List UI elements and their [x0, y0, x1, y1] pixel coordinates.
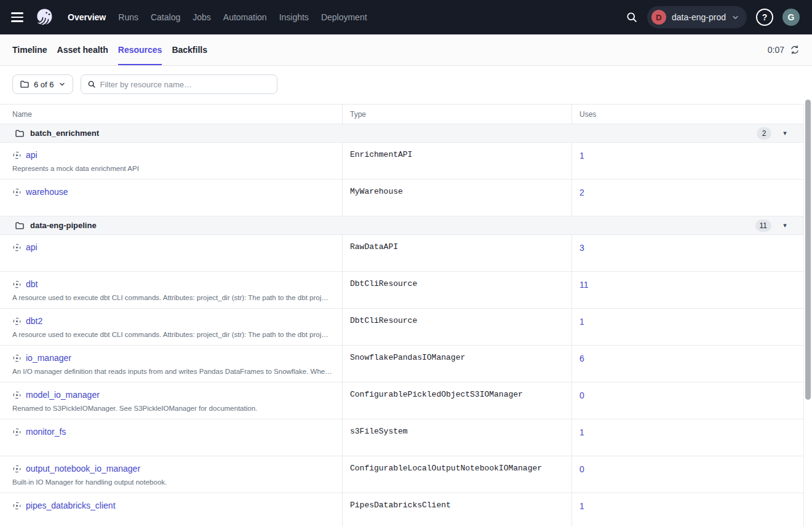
search-icon	[87, 80, 96, 89]
search-icon[interactable]	[626, 11, 638, 23]
resource-uses-link[interactable]: 0	[579, 464, 584, 474]
nav-item-insights[interactable]: Insights	[279, 12, 309, 22]
filter-bar: 6 of 6	[0, 66, 812, 104]
resource-row: model_io_manager Renamed to S3PickleIOMa…	[0, 382, 803, 419]
resource-uses-link[interactable]: 6	[579, 354, 584, 363]
refresh-timer: 0:07	[768, 45, 784, 55]
group-name: batch_enrichment	[30, 129, 99, 138]
resource-uses-link[interactable]: 2	[579, 188, 584, 197]
tabs: TimelineAsset healthResourcesBackfills	[12, 34, 207, 65]
search-input[interactable]	[100, 80, 271, 89]
resource-type: DbtCliResource	[343, 272, 572, 308]
resource-uses-link[interactable]: 1	[579, 427, 584, 437]
resource-description: Represents a mock data enrichment API	[12, 165, 333, 172]
resource-row: api Represents a mock data enrichment AP…	[0, 143, 803, 180]
resource-uses-link[interactable]: 3	[579, 243, 584, 253]
primary-nav: OverviewRunsCatalogJobsAutomationInsight…	[68, 12, 367, 22]
resource-icon	[12, 390, 22, 400]
resource-search-box	[81, 74, 277, 94]
resource-type: SnowflakePandasIOManager	[343, 346, 572, 382]
refresh-icon[interactable]	[790, 45, 800, 55]
resource-name-link[interactable]: output_notebook_io_manager	[26, 464, 140, 474]
resource-row: dbt2 A resource used to execute dbt CLI …	[0, 309, 803, 346]
column-header-type: Type	[343, 105, 572, 124]
resource-icon	[12, 151, 22, 160]
user-avatar[interactable]: G	[782, 9, 800, 26]
resource-group-row[interactable]: batch_enrichment 2 ▾	[0, 124, 803, 143]
resource-row: io_manager An I/O manager definition tha…	[0, 346, 803, 382]
nav-item-jobs[interactable]: Jobs	[193, 12, 211, 22]
group-count-badge: 2	[757, 127, 771, 140]
nav-item-runs[interactable]: Runs	[118, 12, 138, 22]
resource-row: pipes_databricks_client PipesDatabricksC…	[0, 493, 803, 527]
folder-icon	[15, 129, 25, 138]
chevron-down-icon	[58, 81, 66, 88]
group-name: data-eng-pipeline	[30, 221, 97, 230]
deployment-name: data-eng-prod	[672, 12, 726, 22]
resource-icon	[12, 280, 22, 289]
scrollbar-track[interactable]	[804, 98, 812, 527]
resource-type: PipesDatabricksClient	[343, 493, 572, 527]
resource-description: Renamed to S3PickleIOManager. See S3Pick…	[12, 405, 333, 412]
scrollbar-thumb[interactable]	[805, 100, 811, 400]
resource-uses-link[interactable]: 11	[579, 280, 589, 290]
tab-timeline[interactable]: Timeline	[12, 34, 47, 65]
dagster-logo[interactable]	[33, 6, 55, 28]
caret-down-icon[interactable]: ▾	[781, 130, 789, 137]
resource-name-link[interactable]: io_manager	[26, 353, 71, 363]
resource-description: An I/O manager definition that reads inp…	[12, 368, 333, 375]
tab-asset-health[interactable]: Asset health	[57, 34, 108, 65]
resource-type: ConfigurableLocalOutputNotebookIOManager	[343, 456, 572, 493]
resource-uses-link[interactable]: 1	[579, 151, 584, 160]
overview-tabbar: TimelineAsset healthResourcesBackfills 0…	[0, 34, 812, 66]
deployment-initial-badge: D	[651, 10, 666, 25]
resource-name-link[interactable]: pipes_databricks_client	[26, 501, 116, 510]
resource-uses-link[interactable]: 1	[579, 501, 584, 511]
nav-item-automation[interactable]: Automation	[223, 12, 267, 22]
resource-name-link[interactable]: monitor_fs	[26, 427, 66, 437]
help-icon[interactable]: ?	[756, 9, 773, 26]
resources-table-body: batch_enrichment 2 ▾ api Represents a mo…	[0, 124, 803, 527]
resource-group-row[interactable]: data-eng-pipeline 11 ▾	[0, 216, 803, 235]
resource-type: EnrichmentAPI	[343, 143, 572, 179]
resource-uses-link[interactable]: 0	[579, 390, 584, 400]
resource-row: monitor_fs s3FileSystem 1	[0, 419, 803, 456]
resource-name-link[interactable]: api	[26, 242, 38, 252]
resource-icon	[12, 501, 22, 510]
tab-resources[interactable]: Resources	[118, 34, 162, 65]
resource-row: output_notebook_io_manager Built-in IO M…	[0, 456, 803, 493]
filter-count-label: 6 of 6	[34, 80, 54, 89]
nav-item-catalog[interactable]: Catalog	[151, 12, 180, 22]
octopus-logo-icon	[33, 6, 55, 28]
resource-icon	[12, 464, 22, 474]
resource-icon	[12, 243, 22, 252]
resource-type: s3FileSystem	[343, 419, 572, 456]
deployment-selector[interactable]: D data-eng-prod	[647, 6, 747, 28]
tab-backfills[interactable]: Backfills	[172, 34, 207, 65]
resource-uses-link[interactable]: 1	[579, 317, 584, 327]
resource-description: Built-in IO Manager for handling output …	[12, 478, 333, 486]
resource-name-link[interactable]: dbt2	[26, 316, 42, 326]
group-count-badge: 11	[755, 220, 771, 232]
nav-item-deployment[interactable]: Deployment	[321, 12, 367, 22]
resource-row: dbt A resource used to execute dbt CLI c…	[0, 272, 803, 309]
resource-name-link[interactable]: api	[26, 150, 38, 160]
column-header-name: Name	[0, 105, 343, 124]
nav-item-overview[interactable]: Overview	[68, 12, 106, 22]
resource-row: api RawDataAPI 3	[0, 235, 803, 272]
resource-name-link[interactable]: warehouse	[26, 187, 68, 197]
folder-icon	[20, 79, 30, 89]
top-nav: OverviewRunsCatalogJobsAutomationInsight…	[0, 0, 812, 34]
resource-count-filter-button[interactable]: 6 of 6	[12, 74, 73, 94]
column-header-uses: Uses	[572, 105, 803, 124]
resource-name-link[interactable]: dbt	[26, 279, 38, 289]
resource-description: A resource used to execute dbt CLI comma…	[12, 294, 333, 301]
resource-icon	[12, 317, 22, 326]
resource-icon	[12, 427, 22, 437]
caret-down-icon[interactable]: ▾	[781, 222, 789, 229]
resource-icon	[12, 188, 22, 197]
resources-table: Name Type Uses batch_enrichment 2 ▾ api	[0, 104, 804, 527]
resource-name-link[interactable]: model_io_manager	[26, 390, 100, 400]
hamburger-menu-icon[interactable]	[11, 12, 25, 22]
resource-type: RawDataAPI	[343, 235, 572, 271]
